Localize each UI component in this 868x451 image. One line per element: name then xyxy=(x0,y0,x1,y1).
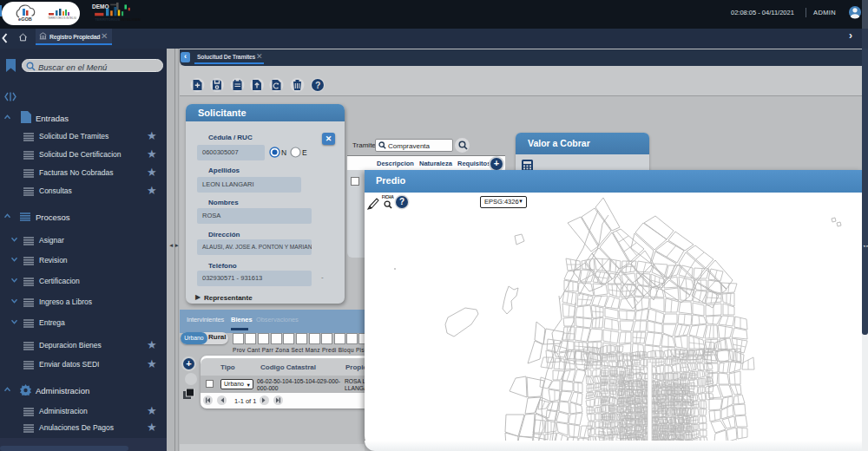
svg-text:TERRITORIOS INTELIGENTES: TERRITORIOS INTELIGENTES xyxy=(95,17,141,22)
svg-text:TERRITORIOS INTELIGENTES: TERRITORIOS INTELIGENTES xyxy=(48,16,76,20)
svg-text:?: ? xyxy=(315,80,320,90)
svg-text:GOB: GOB xyxy=(21,16,32,22)
